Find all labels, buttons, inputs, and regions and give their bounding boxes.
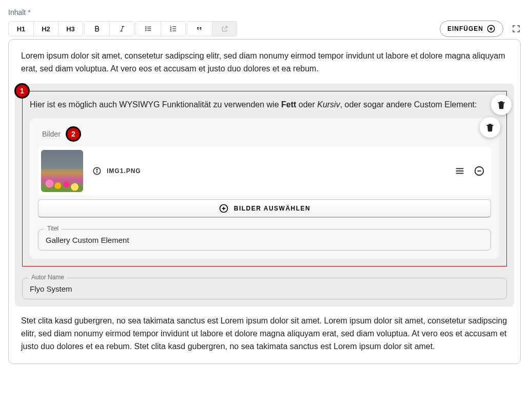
drag-handle-icon[interactable] — [454, 165, 465, 177]
italic-icon — [119, 25, 126, 32]
svg-line-0 — [121, 26, 123, 31]
bullet-list-icon — [144, 25, 152, 32]
title-input[interactable] — [38, 229, 491, 251]
heading-group: H1 H2 H3 — [8, 21, 83, 36]
trash-icon — [485, 122, 495, 132]
author-input[interactable] — [22, 278, 507, 299]
paragraph-bottom: Stet clita kasd gubergren, no sea takima… — [21, 315, 508, 353]
bold-icon — [93, 25, 101, 32]
remove-circle-icon[interactable] — [474, 165, 485, 177]
svg-rect-13 — [172, 28, 176, 29]
delete-gallery-button[interactable] — [480, 117, 500, 138]
delete-custom-element-button[interactable] — [491, 94, 512, 115]
svg-point-4 — [145, 28, 146, 29]
text-fragment: oder — [296, 100, 317, 109]
image-meta: IMG1.PNG — [92, 166, 445, 176]
bold-sample: Fett — [281, 100, 296, 109]
quote-button[interactable] — [187, 22, 212, 36]
misc-group — [187, 21, 237, 36]
image-row: IMG1.PNG — [38, 147, 491, 195]
image-thumbnail[interactable] — [41, 150, 83, 192]
quote-icon — [196, 25, 203, 32]
annotation-badge-1: 1 — [14, 83, 30, 99]
fullscreen-button[interactable] — [512, 24, 521, 33]
bold-button[interactable] — [85, 22, 109, 36]
svg-rect-8 — [147, 30, 151, 31]
image-row-actions — [454, 165, 485, 177]
text-fragment: , oder sogar andere Custom Element: — [340, 100, 477, 109]
svg-rect-7 — [147, 28, 151, 29]
h1-button[interactable]: H1 — [9, 22, 33, 36]
svg-rect-14 — [172, 31, 176, 31]
h3-button[interactable]: H3 — [58, 22, 83, 36]
external-link-icon — [221, 25, 228, 32]
list-group: 123 — [135, 21, 186, 36]
highlight-box: 1 Hier ist es möglich auch WYSIWYG Funkt… — [22, 91, 507, 267]
svg-point-20 — [96, 169, 97, 170]
toolbar-left: H1 H2 H3 123 — [8, 21, 238, 36]
text-fragment: Hier ist es möglich auch WYSIWYG Funktio… — [30, 100, 281, 109]
select-images-button[interactable]: BILDER AUSWÄHLEN — [38, 199, 491, 218]
ordered-list-icon: 123 — [169, 25, 178, 32]
svg-rect-12 — [172, 26, 176, 27]
svg-rect-22 — [456, 170, 464, 171]
insert-button[interactable]: EINFÜGEN — [440, 21, 503, 37]
author-field-wrapper: Autor Name — [22, 278, 507, 299]
image-filename: IMG1.PNG — [107, 167, 141, 175]
italic-sample: Kursiv — [317, 100, 340, 109]
editor-area[interactable]: Lorem ipsum dolor sit amet, consetetur s… — [8, 39, 521, 364]
field-label: Inhalt * — [8, 8, 521, 16]
svg-point-3 — [145, 26, 146, 27]
svg-rect-21 — [456, 168, 464, 169]
format-group — [84, 21, 134, 36]
italic-button[interactable] — [109, 22, 134, 36]
bullet-list-button[interactable] — [136, 22, 161, 36]
custom-element-description: Hier ist es möglich auch WYSIWYG Funktio… — [30, 99, 499, 111]
paragraph-top: Lorem ipsum dolor sit amet, consetetur s… — [21, 50, 508, 75]
gallery-card: Bilder 2 IMG1.PNG BILDER — [30, 118, 499, 259]
open-link-button[interactable] — [212, 22, 237, 36]
title-field-label: Titel — [44, 225, 62, 232]
insert-button-label: EINFÜGEN — [447, 25, 483, 32]
svg-rect-6 — [147, 27, 151, 27]
select-images-label: BILDER AUSWÄHLEN — [234, 205, 311, 212]
gallery-header: Bilder 2 — [38, 126, 491, 142]
h2-button[interactable]: H2 — [33, 22, 58, 36]
custom-element-block: 1 Hier ist es möglich auch WYSIWYG Funkt… — [15, 84, 514, 307]
annotation-badge-2: 2 — [66, 126, 81, 142]
trash-icon — [496, 100, 506, 110]
plus-circle-icon — [486, 24, 496, 33]
info-icon[interactable] — [92, 166, 102, 176]
title-field-wrapper: Titel — [38, 229, 491, 251]
fullscreen-icon — [512, 24, 521, 33]
ordered-list-button[interactable]: 123 — [161, 22, 185, 36]
svg-rect-23 — [456, 173, 464, 174]
svg-text:3: 3 — [170, 30, 171, 32]
editor-toolbar: H1 H2 H3 123 EINFÜGEN — [8, 21, 521, 37]
author-field-label: Autor Name — [28, 274, 67, 281]
gallery-header-label: Bilder — [42, 130, 61, 138]
svg-point-5 — [145, 30, 146, 31]
plus-circle-icon — [219, 203, 229, 214]
